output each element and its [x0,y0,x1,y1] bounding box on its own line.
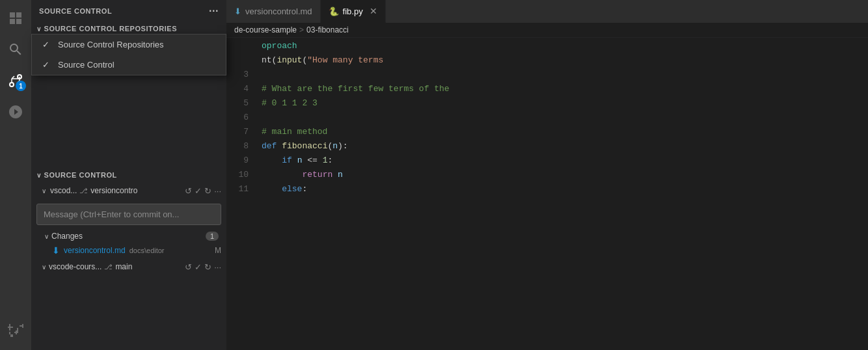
code-content[interactable]: oproach nt(input("How many terms # What … [256,38,868,350]
commit-message-input[interactable] [37,204,221,224]
code-line-input: nt(input("How many terms [262,53,868,68]
breadcrumb: de-course-sample > 03-fibonacci [226,23,868,38]
vscod-refresh[interactable]: ↻ [204,186,211,196]
vscou-repo-row[interactable]: ∨ vscode-cours... ⎇ main ↺ ✓ ↻ ··· [31,258,226,276]
code-line-7: # main method [262,125,868,139]
sidebar: Source Control ··· ∨ Source Control Repo… [31,0,226,350]
change-file-status: M [215,246,221,255]
source-control-section-title[interactable]: ∨ Source Control [31,168,226,182]
repositories-label: Source Control Repositories [44,25,178,33]
changes-label: Changes [51,232,203,241]
vscou-actions: ↺ ✓ ↻ ··· [185,262,221,272]
tab-fib[interactable]: 🐍 fib.py ✕ [321,0,386,23]
chevron-icon: ∨ [36,25,42,33]
chevron-vscou: ∨ [42,263,46,271]
code-line-3 [262,68,868,82]
vscod-check[interactable]: ✓ [195,186,202,196]
sidebar-header-actions: ··· [209,5,219,17]
changes-section[interactable]: ∨ Changes 1 [31,229,226,243]
vscou-repo-name: vscode-cours... [49,262,102,271]
chevron-sc-icon: ∨ [36,172,42,179]
view-dropdown: ✓ Source Control Repositories ✓ Source C… [31,34,226,75]
commit-input-container [36,204,221,225]
vscou-check[interactable]: ✓ [195,262,202,272]
branch-icon-vscod: ⎇ [79,187,88,195]
py-file-icon: 🐍 [329,7,339,16]
change-file-path: docs\editor [129,247,165,254]
code-line-5: # 0 1 1 2 3 [262,96,868,111]
sidebar-title: Source Control [39,7,112,15]
source-control-section: ∨ Source Control ∨ vscod... ⎇ versioncon… [31,168,226,276]
vscod-repo-actions: ↺ ✓ ↻ ··· [185,186,221,196]
tab-label-fib: fib.py [343,7,363,16]
repositories-section-title[interactable]: ∨ Source Control Repositories [31,22,226,35]
tab-versioncontrol[interactable]: ⬇ versioncontrol.md [226,0,321,23]
vscod-repo-name: vscod... [50,186,77,195]
vscod-repo-row[interactable]: ∨ vscod... ⎇ versioncontro ↺ ✓ ↻ ··· [31,182,226,200]
code-line-10: return n [262,168,868,182]
vscou-sync[interactable]: ↺ [185,262,192,272]
sidebar-header: Source Control ··· [31,0,226,22]
vscou-branch-name: main [115,262,132,271]
dropdown-item-source-control[interactable]: ✓ Source Control [32,55,226,75]
run-debug-icon[interactable] [3,99,29,125]
vscod-sync[interactable]: ↺ [185,186,192,196]
source-control-activity-icon[interactable]: 1 [3,68,29,94]
vscod-more[interactable]: ··· [214,186,221,196]
branch-icon-vscou: ⎇ [104,263,113,271]
dropdown-label-repositories: Source Control Repositories [58,40,164,49]
code-line-11: else: [262,182,868,196]
code-line-8: def fibonacci(n): [262,139,868,154]
line-numbers: 3 4 5 6 7 8 9 10 11 [226,38,256,350]
code-editor[interactable]: 3 4 5 6 7 8 9 10 11 oproach nt(input("Ho… [226,38,868,350]
code-line-4: # What are the first few terms of the [262,82,868,96]
breadcrumb-sep1: > [299,25,304,34]
check-source-control: ✓ [42,60,53,70]
vscou-more[interactable]: ··· [214,262,221,272]
vscod-branch-name: versioncontro [90,186,137,195]
chevron-vscod: ∨ [42,187,46,195]
breadcrumb-part2: 03-fibonacci [306,25,349,34]
vscou-refresh[interactable]: ↻ [204,262,211,272]
tab-bar: ⬇ versioncontrol.md 🐍 fib.py ✕ [226,0,868,23]
source-control-label: Source Control [44,171,117,179]
extensions-icon[interactable] [3,319,29,345]
changes-badge: 1 [206,232,219,241]
explorer-icon[interactable] [3,5,29,31]
editor-area: ⬇ versioncontrol.md 🐍 fib.py ✕ de-course… [226,0,868,350]
activity-bar: 1 [0,0,31,350]
code-line-9: if n <= 1: [262,154,868,168]
change-file-name: versioncontrol.md [64,246,126,255]
code-line-approach: oproach [262,39,868,53]
code-line-6 [262,111,868,125]
search-icon[interactable] [3,36,29,62]
check-repositories: ✓ [42,40,53,49]
chevron-changes: ∨ [44,233,49,240]
dropdown-label-source-control: Source Control [58,60,115,70]
breadcrumb-part1: de-course-sample [234,25,297,34]
dropdown-item-repositories[interactable]: ✓ Source Control Repositories [32,34,226,55]
tab-label-versioncontrol: versioncontrol.md [245,7,312,16]
svg-point-0 [10,83,14,87]
change-file-row[interactable]: ⬇ versioncontrol.md docs\editor M [31,243,226,258]
more-actions-icon[interactable]: ··· [209,5,219,17]
file-download-icon: ⬇ [52,245,60,256]
source-control-badge: 1 [16,81,26,91]
tab-close-button[interactable]: ✕ [370,6,377,16]
md-file-icon: ⬇ [234,7,241,16]
